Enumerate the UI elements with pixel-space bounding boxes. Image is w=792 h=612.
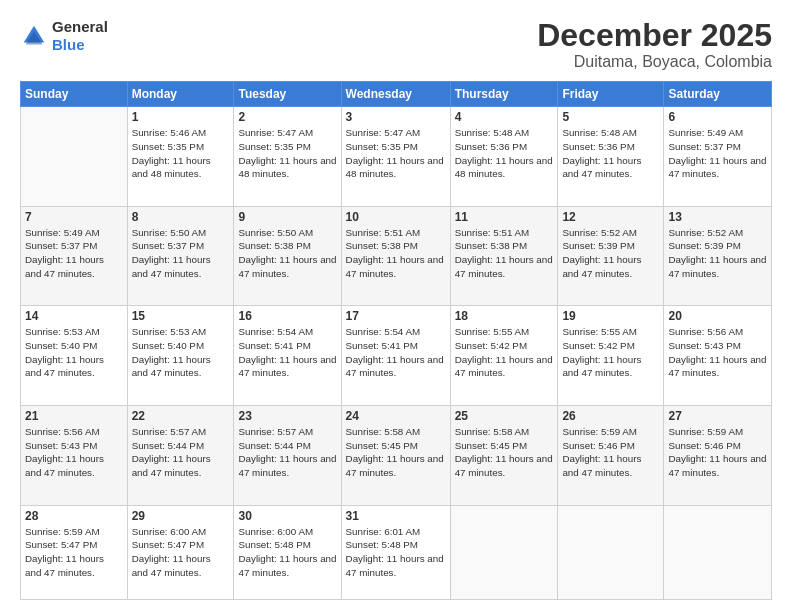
day-number: 19 xyxy=(562,309,659,323)
weekday-header-sunday: Sunday xyxy=(21,82,128,107)
calendar-page: General Blue December 2025 Duitama, Boya… xyxy=(0,0,792,612)
day-number: 25 xyxy=(455,409,554,423)
calendar-table: SundayMondayTuesdayWednesdayThursdayFrid… xyxy=(20,81,772,600)
calendar-cell: 17Sunrise: 5:54 AMSunset: 5:41 PMDayligh… xyxy=(341,306,450,406)
location: Duitama, Boyaca, Colombia xyxy=(537,53,772,71)
day-number: 9 xyxy=(238,210,336,224)
calendar-cell: 13Sunrise: 5:52 AMSunset: 5:39 PMDayligh… xyxy=(664,206,772,306)
day-number: 27 xyxy=(668,409,767,423)
header: General Blue December 2025 Duitama, Boya… xyxy=(20,18,772,71)
day-number: 17 xyxy=(346,309,446,323)
calendar-cell: 24Sunrise: 5:58 AMSunset: 5:45 PMDayligh… xyxy=(341,405,450,505)
calendar-cell: 29Sunrise: 6:00 AMSunset: 5:47 PMDayligh… xyxy=(127,505,234,600)
calendar-week-row: 7Sunrise: 5:49 AMSunset: 5:37 PMDaylight… xyxy=(21,206,772,306)
day-info: Sunrise: 5:49 AMSunset: 5:37 PMDaylight:… xyxy=(668,126,767,181)
day-number: 4 xyxy=(455,110,554,124)
calendar-week-row: 14Sunrise: 5:53 AMSunset: 5:40 PMDayligh… xyxy=(21,306,772,406)
calendar-cell: 27Sunrise: 5:59 AMSunset: 5:46 PMDayligh… xyxy=(664,405,772,505)
day-info: Sunrise: 5:51 AMSunset: 5:38 PMDaylight:… xyxy=(455,226,554,281)
weekday-header-saturday: Saturday xyxy=(664,82,772,107)
day-info: Sunrise: 5:56 AMSunset: 5:43 PMDaylight:… xyxy=(668,325,767,380)
calendar-cell xyxy=(450,505,558,600)
calendar-cell: 31Sunrise: 6:01 AMSunset: 5:48 PMDayligh… xyxy=(341,505,450,600)
day-info: Sunrise: 5:48 AMSunset: 5:36 PMDaylight:… xyxy=(562,126,659,181)
day-info: Sunrise: 5:58 AMSunset: 5:45 PMDaylight:… xyxy=(455,425,554,480)
title-block: December 2025 Duitama, Boyaca, Colombia xyxy=(537,18,772,71)
calendar-cell: 15Sunrise: 5:53 AMSunset: 5:40 PMDayligh… xyxy=(127,306,234,406)
day-info: Sunrise: 5:59 AMSunset: 5:46 PMDaylight:… xyxy=(562,425,659,480)
day-number: 2 xyxy=(238,110,336,124)
day-info: Sunrise: 5:54 AMSunset: 5:41 PMDaylight:… xyxy=(238,325,336,380)
day-number: 31 xyxy=(346,509,446,523)
day-number: 26 xyxy=(562,409,659,423)
day-info: Sunrise: 5:51 AMSunset: 5:38 PMDaylight:… xyxy=(346,226,446,281)
day-number: 23 xyxy=(238,409,336,423)
calendar-cell: 10Sunrise: 5:51 AMSunset: 5:38 PMDayligh… xyxy=(341,206,450,306)
day-number: 30 xyxy=(238,509,336,523)
logo: General Blue xyxy=(20,18,108,54)
calendar-cell: 6Sunrise: 5:49 AMSunset: 5:37 PMDaylight… xyxy=(664,107,772,207)
day-number: 7 xyxy=(25,210,123,224)
day-number: 10 xyxy=(346,210,446,224)
calendar-cell: 26Sunrise: 5:59 AMSunset: 5:46 PMDayligh… xyxy=(558,405,664,505)
day-info: Sunrise: 5:55 AMSunset: 5:42 PMDaylight:… xyxy=(455,325,554,380)
day-number: 29 xyxy=(132,509,230,523)
logo-general: General xyxy=(52,18,108,35)
logo-text: General Blue xyxy=(52,18,108,54)
day-number: 22 xyxy=(132,409,230,423)
calendar-cell: 1Sunrise: 5:46 AMSunset: 5:35 PMDaylight… xyxy=(127,107,234,207)
day-number: 16 xyxy=(238,309,336,323)
day-number: 5 xyxy=(562,110,659,124)
day-number: 6 xyxy=(668,110,767,124)
day-info: Sunrise: 5:59 AMSunset: 5:47 PMDaylight:… xyxy=(25,525,123,580)
calendar-cell: 8Sunrise: 5:50 AMSunset: 5:37 PMDaylight… xyxy=(127,206,234,306)
day-info: Sunrise: 5:46 AMSunset: 5:35 PMDaylight:… xyxy=(132,126,230,181)
day-info: Sunrise: 5:56 AMSunset: 5:43 PMDaylight:… xyxy=(25,425,123,480)
day-info: Sunrise: 5:47 AMSunset: 5:35 PMDaylight:… xyxy=(346,126,446,181)
day-number: 3 xyxy=(346,110,446,124)
day-info: Sunrise: 5:52 AMSunset: 5:39 PMDaylight:… xyxy=(668,226,767,281)
day-info: Sunrise: 5:52 AMSunset: 5:39 PMDaylight:… xyxy=(562,226,659,281)
calendar-cell: 3Sunrise: 5:47 AMSunset: 5:35 PMDaylight… xyxy=(341,107,450,207)
day-number: 14 xyxy=(25,309,123,323)
day-info: Sunrise: 6:00 AMSunset: 5:48 PMDaylight:… xyxy=(238,525,336,580)
calendar-cell xyxy=(21,107,128,207)
day-info: Sunrise: 5:58 AMSunset: 5:45 PMDaylight:… xyxy=(346,425,446,480)
calendar-week-row: 21Sunrise: 5:56 AMSunset: 5:43 PMDayligh… xyxy=(21,405,772,505)
calendar-week-row: 1Sunrise: 5:46 AMSunset: 5:35 PMDaylight… xyxy=(21,107,772,207)
day-info: Sunrise: 5:50 AMSunset: 5:38 PMDaylight:… xyxy=(238,226,336,281)
calendar-cell xyxy=(664,505,772,600)
calendar-cell: 23Sunrise: 5:57 AMSunset: 5:44 PMDayligh… xyxy=(234,405,341,505)
calendar-cell xyxy=(558,505,664,600)
calendar-cell: 4Sunrise: 5:48 AMSunset: 5:36 PMDaylight… xyxy=(450,107,558,207)
calendar-cell: 21Sunrise: 5:56 AMSunset: 5:43 PMDayligh… xyxy=(21,405,128,505)
calendar-cell: 2Sunrise: 5:47 AMSunset: 5:35 PMDaylight… xyxy=(234,107,341,207)
day-info: Sunrise: 5:55 AMSunset: 5:42 PMDaylight:… xyxy=(562,325,659,380)
day-info: Sunrise: 5:53 AMSunset: 5:40 PMDaylight:… xyxy=(132,325,230,380)
day-info: Sunrise: 5:54 AMSunset: 5:41 PMDaylight:… xyxy=(346,325,446,380)
calendar-week-row: 28Sunrise: 5:59 AMSunset: 5:47 PMDayligh… xyxy=(21,505,772,600)
calendar-cell: 18Sunrise: 5:55 AMSunset: 5:42 PMDayligh… xyxy=(450,306,558,406)
day-info: Sunrise: 6:01 AMSunset: 5:48 PMDaylight:… xyxy=(346,525,446,580)
calendar-cell: 20Sunrise: 5:56 AMSunset: 5:43 PMDayligh… xyxy=(664,306,772,406)
day-info: Sunrise: 5:57 AMSunset: 5:44 PMDaylight:… xyxy=(238,425,336,480)
day-number: 24 xyxy=(346,409,446,423)
calendar-cell: 16Sunrise: 5:54 AMSunset: 5:41 PMDayligh… xyxy=(234,306,341,406)
calendar-cell: 12Sunrise: 5:52 AMSunset: 5:39 PMDayligh… xyxy=(558,206,664,306)
calendar-cell: 28Sunrise: 5:59 AMSunset: 5:47 PMDayligh… xyxy=(21,505,128,600)
day-info: Sunrise: 5:59 AMSunset: 5:46 PMDaylight:… xyxy=(668,425,767,480)
day-number: 20 xyxy=(668,309,767,323)
weekday-header-row: SundayMondayTuesdayWednesdayThursdayFrid… xyxy=(21,82,772,107)
day-info: Sunrise: 5:47 AMSunset: 5:35 PMDaylight:… xyxy=(238,126,336,181)
calendar-cell: 14Sunrise: 5:53 AMSunset: 5:40 PMDayligh… xyxy=(21,306,128,406)
day-number: 8 xyxy=(132,210,230,224)
day-number: 12 xyxy=(562,210,659,224)
calendar-cell: 11Sunrise: 5:51 AMSunset: 5:38 PMDayligh… xyxy=(450,206,558,306)
day-number: 21 xyxy=(25,409,123,423)
day-info: Sunrise: 5:57 AMSunset: 5:44 PMDaylight:… xyxy=(132,425,230,480)
weekday-header-tuesday: Tuesday xyxy=(234,82,341,107)
calendar-cell: 30Sunrise: 6:00 AMSunset: 5:48 PMDayligh… xyxy=(234,505,341,600)
day-number: 13 xyxy=(668,210,767,224)
logo-icon xyxy=(20,22,48,50)
weekday-header-friday: Friday xyxy=(558,82,664,107)
